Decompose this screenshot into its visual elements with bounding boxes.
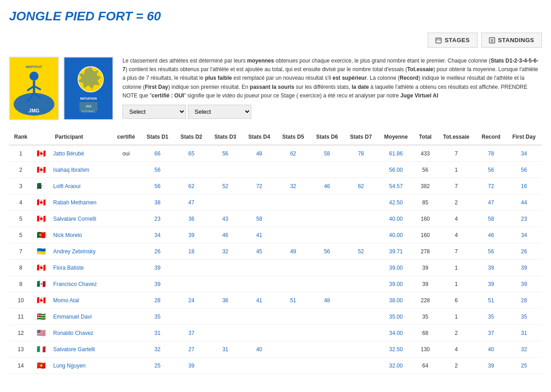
total-cell: 35 — [414, 309, 437, 325]
stat-cell: 31 — [208, 341, 242, 358]
stat-cell — [344, 194, 378, 211]
stat-cell: 39 — [175, 358, 209, 374]
stat-cell: 43 — [208, 211, 242, 227]
logos: JMG INSTITUT INITIATION JMS FOOTBALL — [9, 57, 113, 120]
rank-cell: 13 — [9, 341, 32, 358]
record-cell: 56 — [476, 243, 506, 260]
flag-cell: 🇺🇦 — [32, 243, 50, 260]
firstday-cell: 44 — [506, 194, 542, 211]
total-cell: 228 — [414, 292, 437, 309]
participant-name[interactable]: Ronaldo Chavez — [50, 325, 112, 341]
flag-cell: 🇵🇹 — [32, 227, 50, 243]
col-record: Record — [476, 129, 506, 145]
participant-name[interactable]: Isahaq Ibrahim — [50, 162, 112, 178]
stat-cell: 72 — [242, 178, 276, 194]
table-row: 10 🇨🇦 Momo Atal 28 24 36 41 51 48 38.00 … — [9, 292, 542, 309]
participant-name[interactable]: Emmanuel Davi — [50, 309, 112, 325]
table-row: 11 🇹🇬 Emmanuel Davi 35 35.00 35 1 35 35 — [9, 309, 542, 325]
total-cell: 39 — [414, 276, 437, 292]
participant-name[interactable]: Lung Nguyen — [50, 358, 112, 374]
moyenne-cell: 54.57 — [378, 178, 414, 194]
participant-name[interactable]: Nick Morelo — [50, 227, 112, 243]
table-row: 12 🇺🇸 Ronaldo Chavez 31 37 34.00 68 2 37… — [9, 325, 542, 341]
rank-cell: 7 — [9, 243, 32, 260]
stages-button[interactable]: STAGES — [428, 33, 478, 48]
total-cell: 39 — [414, 260, 437, 276]
select-2[interactable]: Select — [188, 105, 251, 119]
table-row: 13 🇮🇹 Salvatore Gartelli 32 27 31 40 32.… — [9, 341, 542, 358]
total-cell: 56 — [414, 162, 437, 178]
certifie-cell — [112, 325, 141, 341]
stat-cell: 52 — [208, 178, 242, 194]
stat-cell: 58 — [242, 211, 276, 227]
stat-cell: 24 — [175, 292, 209, 309]
stat-cell — [276, 358, 310, 374]
stat-cell: 38 — [141, 194, 175, 211]
moyenne-cell: 39.00 — [378, 260, 414, 276]
stat-cell: 28 — [141, 292, 175, 309]
firstday-cell: 28 — [506, 292, 542, 309]
firstday-cell: 34 — [506, 227, 542, 243]
stat-cell — [310, 341, 344, 358]
col-d2: Stats D2 — [175, 129, 209, 145]
col-flag — [32, 129, 50, 145]
stat-cell — [310, 194, 344, 211]
rank-cell: 10 — [9, 292, 32, 309]
stat-cell: 46 — [310, 178, 344, 194]
stat-cell — [276, 227, 310, 243]
participant-name[interactable]: Jatto Bérubé — [50, 145, 112, 162]
totessaie-cell: 7 — [437, 145, 476, 162]
participant-name[interactable]: Salvatore Gartelli — [50, 341, 112, 358]
participant-name[interactable]: Rabah Methamen — [50, 194, 112, 211]
stat-cell: 40 — [242, 341, 276, 358]
rank-cell: 12 — [9, 325, 32, 341]
moyenne-cell: 40.00 — [378, 227, 414, 243]
stat-cell — [344, 358, 378, 374]
participant-name[interactable]: Flora Batiste — [50, 260, 112, 276]
col-d3: Stats D3 — [208, 129, 242, 145]
total-cell: 160 — [414, 227, 437, 243]
svg-text:JMG: JMG — [29, 108, 39, 113]
table-row: 1 🇨🇦 Jatto Bérubé oui 66 65 56 48 62 58 … — [9, 145, 542, 162]
flag-cell: 🇨🇦 — [32, 260, 50, 276]
table-row: 4 🇨🇦 Rabah Methamen 38 47 42.50 85 2 47 … — [9, 194, 542, 211]
standings-button[interactable]: STANDINGS — [481, 33, 542, 48]
stat-cell: 62 — [276, 145, 310, 162]
stat-cell — [175, 276, 209, 292]
certifie-cell — [112, 292, 141, 309]
rank-cell: 1 — [9, 145, 32, 162]
page-title: JONGLE PIED FORT = 60 — [9, 9, 542, 24]
record-cell: 56 — [476, 162, 506, 178]
stat-cell: 62 — [344, 178, 378, 194]
table-row: 5 🇨🇦 Salvatare Cornelli 23 36 43 58 40.0… — [9, 211, 542, 227]
participant-name[interactable]: Francisco Chavez — [50, 276, 112, 292]
stat-cell: 32 — [208, 243, 242, 260]
stat-cell: 49 — [276, 243, 310, 260]
firstday-cell: 39 — [506, 260, 542, 276]
select-1[interactable]: Select — [122, 105, 186, 119]
total-cell: 64 — [414, 358, 437, 374]
moyenne-cell: 34.00 — [378, 325, 414, 341]
moyenne-cell: 42.50 — [378, 194, 414, 211]
participant-name[interactable]: Andrey Zebrinsky — [50, 243, 112, 260]
flag-cell: 🇨🇦 — [32, 292, 50, 309]
stat-cell: 26 — [141, 243, 175, 260]
flag-cell: 🇹🇬 — [32, 309, 50, 325]
stat-cell — [208, 358, 242, 374]
totessaie-cell: 1 — [437, 309, 476, 325]
stat-cell: 41 — [242, 292, 276, 309]
svg-text:INITIATION: INITIATION — [80, 97, 97, 100]
total-cell: 382 — [414, 178, 437, 194]
stat-cell: 65 — [175, 145, 209, 162]
stat-cell — [276, 309, 310, 325]
participant-name[interactable]: Momo Atal — [50, 292, 112, 309]
participant-name[interactable]: Salvatare Cornelli — [50, 211, 112, 227]
stat-cell — [242, 260, 276, 276]
stat-cell — [175, 260, 209, 276]
totessaie-cell: 4 — [437, 341, 476, 358]
stat-cell — [344, 211, 378, 227]
firstday-cell: 16 — [506, 178, 542, 194]
stat-cell: 27 — [175, 341, 209, 358]
totessaie-cell: 7 — [437, 243, 476, 260]
participant-name[interactable]: Lotfi Araoui — [50, 178, 112, 194]
